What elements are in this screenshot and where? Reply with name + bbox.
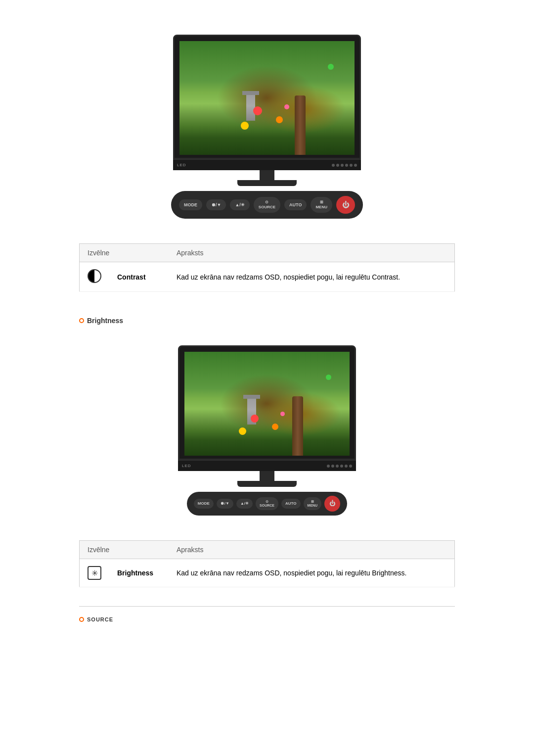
contrast-description: Kad uz ekrāna nav redzams OSD, nospiedie… — [169, 262, 455, 292]
dot-3 — [341, 164, 344, 167]
lantern-red-2 — [251, 415, 259, 423]
col-izvēlne-1: Izvēlne — [80, 244, 169, 262]
dot-s1 — [327, 465, 330, 468]
menu-button-1[interactable]: ⊞MENU — [311, 197, 332, 212]
brightness-section-label: Brightness — [79, 317, 455, 325]
source-section-label: SOURCE — [79, 616, 455, 622]
dot-4 — [345, 164, 348, 167]
power-button-1[interactable]: ⏻ — [336, 196, 355, 214]
dot-2 — [336, 164, 339, 167]
contrast-icon — [88, 269, 101, 283]
lantern-orange-2 — [272, 424, 278, 430]
monitor-bottom-bar-1: LED — [173, 159, 361, 170]
button-bar-2: MODE ⏺/▼ ▲/✳ ⊙SOURCE AUTO ⊞MENU ⏻ — [187, 492, 347, 516]
source-bullet — [79, 617, 84, 622]
led-label-1: LED — [177, 163, 186, 167]
dot-5 — [350, 164, 353, 167]
brightness-row: ✳ Brightness Kad uz ekrāna nav redzams O… — [80, 559, 455, 587]
lantern-green-2 — [326, 375, 331, 380]
auto-button-1[interactable]: AUTO — [284, 199, 307, 211]
col-apraksts-1: Apraksts — [169, 244, 455, 262]
brightness-description: Kad uz ekrāna nav redzams OSD, nospiedie… — [169, 559, 455, 587]
monitor-screen-1 — [179, 41, 355, 155]
control-dots-1 — [332, 164, 357, 167]
lantern-orange-1 — [276, 116, 283, 123]
up-button-2[interactable]: ▲/✳ — [236, 499, 253, 509]
mode-button-1[interactable]: MODE — [179, 199, 202, 211]
mode-button-2[interactable]: MODE — [194, 499, 214, 509]
monitor-2: LED MODE ⏺/▼ ▲/✳ ⊙SOURCE AUTO ⊞MENU ⏻ — [178, 345, 356, 516]
bottom-divider — [79, 606, 455, 607]
contrast-icon-cell — [80, 262, 110, 292]
auto-button-2[interactable]: AUTO — [281, 499, 301, 509]
brightness-icon-cell: ✳ — [80, 559, 110, 587]
dot-s2 — [331, 465, 334, 468]
stand-base-2 — [237, 481, 297, 487]
monitor-body-2 — [178, 345, 356, 460]
stand-neck-1 — [260, 170, 274, 180]
dot-s4 — [340, 465, 343, 468]
garden-image-2 — [184, 352, 350, 456]
stand-base-1 — [237, 180, 297, 186]
lantern-yellow-2 — [239, 427, 246, 435]
lantern-red-1 — [253, 106, 262, 115]
contrast-name: Contrast — [109, 262, 169, 292]
brightness-icon: ✳ — [88, 566, 101, 580]
col-apraksts-2: Apraksts — [169, 541, 455, 559]
brightness-label-text: Brightness — [87, 317, 123, 325]
dot-6 — [354, 164, 357, 167]
monitor-1: LED MODE ⏺/▼ ▲/✳ ⊙SOURCE AUTO ⊞MENU ⏻ — [171, 35, 363, 219]
source-label-text: SOURCE — [87, 616, 113, 622]
led-label-2: LED — [182, 464, 191, 468]
source-button-2[interactable]: ⊙SOURCE — [256, 497, 278, 511]
brightness-name: Brightness — [109, 559, 169, 587]
menu-button-2[interactable]: ⊞MENU — [304, 497, 322, 511]
garden-image-1 — [179, 41, 355, 155]
pagoda-1 — [246, 91, 255, 121]
dot-s5 — [345, 465, 348, 468]
contrast-table: Izvēlne Apraksts Contrast Kad uz ekrāna … — [79, 243, 455, 292]
contrast-row: Contrast Kad uz ekrāna nav redzams OSD, … — [80, 262, 455, 292]
monitor-screen-2 — [184, 352, 350, 456]
dot-s6 — [349, 465, 352, 468]
dot-1 — [332, 164, 335, 167]
source-button-1[interactable]: ⊙SOURCE — [254, 197, 280, 212]
dot-s3 — [336, 465, 339, 468]
monitor-body-1 — [173, 35, 361, 159]
button-bar-1: MODE ⏺/▼ ▲/✳ ⊙SOURCE AUTO ⊞MENU ⏻ — [171, 191, 363, 219]
lantern-pink-2 — [280, 412, 285, 416]
up-button-1[interactable]: ▲/✳ — [230, 199, 249, 211]
lantern-green-1 — [328, 64, 334, 70]
tree-2 — [292, 396, 303, 456]
down-button-2[interactable]: ⏺/▼ — [217, 499, 233, 509]
control-dots-2 — [327, 465, 352, 468]
power-button-2[interactable]: ⏻ — [324, 496, 340, 512]
stand-neck-2 — [260, 471, 274, 481]
tree-1 — [295, 95, 306, 155]
lantern-pink-1 — [284, 104, 289, 109]
monitor-bottom-bar-2: LED — [178, 460, 356, 471]
lantern-yellow-1 — [241, 122, 249, 130]
down-button-1[interactable]: ⏺/▼ — [206, 199, 226, 211]
col-izvēlne-2: Izvēlne — [80, 541, 169, 559]
brightness-bullet — [79, 318, 84, 323]
brightness-table: Izvēlne Apraksts ✳ Brightness Kad uz ekr… — [79, 540, 455, 587]
